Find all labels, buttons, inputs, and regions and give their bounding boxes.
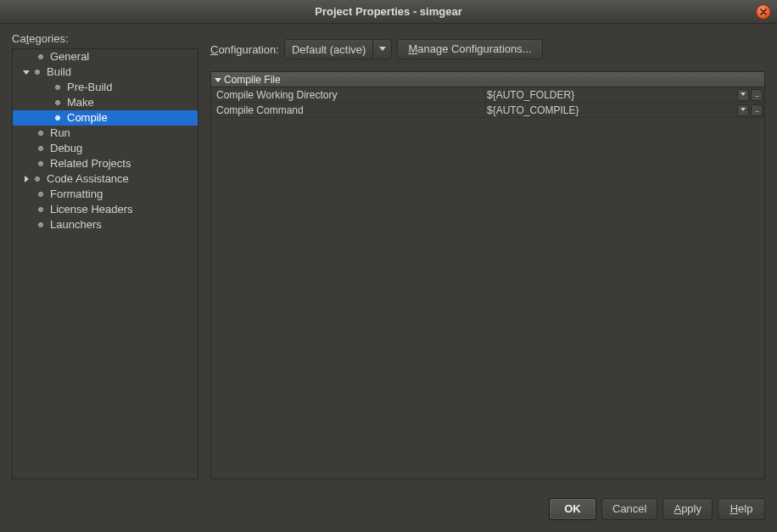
configuration-label: Configuration: xyxy=(210,43,279,56)
tree-item-launchers[interactable]: Launchers xyxy=(13,217,198,232)
tree-item-prebuild[interactable]: Pre-Build xyxy=(13,80,198,95)
tree-label: Compile xyxy=(67,110,108,126)
browse-mini-button[interactable]: ... xyxy=(751,89,763,101)
tree-item-formatting[interactable]: Formatting xyxy=(13,187,198,202)
chevron-down-icon[interactable] xyxy=(21,67,31,77)
ok-button[interactable]: OK xyxy=(549,498,596,520)
bullet-icon xyxy=(38,161,43,166)
tree-item-related-projects[interactable]: Related Projects xyxy=(13,156,198,171)
bullet-icon xyxy=(55,100,60,105)
window-title: Project Properties - simgear xyxy=(315,5,461,18)
tree-label: General xyxy=(50,49,89,64)
chevron-down-icon xyxy=(215,76,221,83)
titlebar: Project Properties - simgear xyxy=(0,0,777,24)
settings-pane: Configuration: Default (active) Manage C… xyxy=(210,32,765,479)
bullet-icon xyxy=(38,222,43,227)
bullet-icon xyxy=(55,85,60,90)
bullet-icon xyxy=(55,115,60,120)
property-controls: ... xyxy=(737,89,764,101)
tree-item-build[interactable]: Build xyxy=(13,64,198,80)
tree-item-make[interactable]: Make xyxy=(13,95,198,110)
tree-label: Formatting xyxy=(50,187,103,202)
dialog-button-bar: OK Cancel Apply Help xyxy=(12,479,765,522)
manage-configurations-button[interactable]: Manage Configurations... xyxy=(397,39,542,59)
categories-tree[interactable]: General Build Pre-Build xyxy=(12,48,198,479)
bullet-icon xyxy=(35,176,40,182)
bullet-icon xyxy=(38,192,43,197)
cancel-button[interactable]: Cancel xyxy=(601,498,657,520)
tree-label: Related Projects xyxy=(50,156,131,171)
tree-item-run[interactable]: Run xyxy=(13,126,198,141)
window-close-button[interactable] xyxy=(756,4,771,20)
content-area: Categories: General Build xyxy=(0,24,777,532)
property-row-compile-command[interactable]: Compile Command ${AUTO_COMPILE} ... xyxy=(211,103,764,118)
bullet-icon xyxy=(38,207,43,212)
tree-item-compile[interactable]: Compile xyxy=(13,110,198,126)
chevron-right-icon[interactable] xyxy=(21,174,31,184)
tree-label: Code Assistance xyxy=(47,171,129,187)
project-properties-window: Project Properties - simgear Categories:… xyxy=(0,0,777,532)
tree-label: Debug xyxy=(50,141,82,156)
categories-pane: Categories: General Build xyxy=(12,32,198,479)
dropdown-mini-button[interactable] xyxy=(737,89,749,101)
configuration-combo[interactable]: Default (active) xyxy=(284,39,392,59)
categories-label: Categories: xyxy=(12,32,198,45)
tree-item-license-headers[interactable]: License Headers xyxy=(13,202,198,217)
property-controls: ... xyxy=(737,104,764,116)
chevron-down-icon[interactable] xyxy=(372,40,391,59)
help-button[interactable]: Help xyxy=(718,498,765,520)
tree-item-debug[interactable]: Debug xyxy=(13,141,198,156)
bullet-icon xyxy=(38,54,43,59)
tree-item-code-assistance[interactable]: Code Assistance xyxy=(13,171,198,187)
property-key: Compile Command xyxy=(211,103,484,118)
tree-label: License Headers xyxy=(50,202,133,217)
tree-label: Run xyxy=(50,126,70,141)
configuration-selected: Default (active) xyxy=(285,40,372,59)
tree-item-general[interactable]: General xyxy=(13,49,198,64)
tree-label: Make xyxy=(67,95,94,110)
property-row-working-dir[interactable]: Compile Working Directory ${AUTO_FOLDER}… xyxy=(211,87,764,103)
section-title: Compile File xyxy=(224,72,281,87)
properties-table: Compile File Compile Working Directory $… xyxy=(210,71,765,479)
close-icon xyxy=(760,8,767,15)
property-value[interactable]: ${AUTO_FOLDER} xyxy=(484,87,737,103)
configuration-row: Configuration: Default (active) Manage C… xyxy=(210,39,765,59)
tree-label: Launchers xyxy=(50,217,102,232)
bullet-icon xyxy=(38,131,43,136)
tree-label: Build xyxy=(47,64,71,80)
tree-label: Pre-Build xyxy=(67,80,112,95)
upper-panes: Categories: General Build xyxy=(12,32,765,479)
bullet-icon xyxy=(38,146,43,151)
section-compile-file[interactable]: Compile File xyxy=(211,72,764,87)
bullet-icon xyxy=(35,70,40,75)
apply-button[interactable]: Apply xyxy=(662,498,713,520)
dropdown-mini-button[interactable] xyxy=(737,104,749,116)
property-value[interactable]: ${AUTO_COMPILE} xyxy=(484,103,737,118)
property-key: Compile Working Directory xyxy=(211,87,484,103)
browse-mini-button[interactable]: ... xyxy=(751,104,763,116)
